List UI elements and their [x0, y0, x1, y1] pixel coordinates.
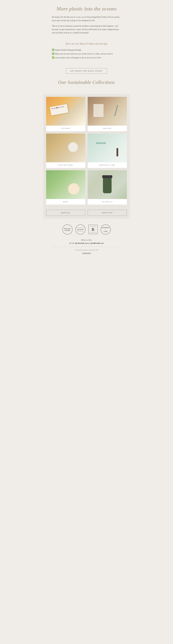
grid-container: KITCHEN SHAVING FOR THE HOME PE	[43, 94, 130, 210]
grid-item-go[interactable]: ON THE GO	[88, 170, 127, 204]
shop-all-button[interactable]: SHOP ALL	[46, 210, 85, 216]
grid-item-shaving[interactable]: SHAVING	[88, 97, 127, 131]
tip-item-3: Ask yourself, what will happen to this a…	[52, 56, 121, 60]
ocean-main: OCEAN	[77, 228, 84, 230]
shop-buttons-row: SHOP ALL SHOP KITS	[43, 210, 130, 219]
ig-handle: @caliwoods_eco	[91, 242, 104, 244]
hero-para2: This is to raise awareness around the ne…	[52, 24, 121, 34]
home-photo	[46, 134, 85, 162]
ocean-top: SUPPORTING	[77, 227, 84, 228]
collections-title: Our Sustainable Collections	[49, 80, 124, 85]
baby-photo	[46, 170, 85, 199]
tips-list: Support brands doing good things Make su…	[52, 48, 121, 60]
go-photo	[88, 170, 127, 199]
badge-social-good: SOCIAL GOOD	[62, 224, 73, 234]
shop-kits-button[interactable]: SHOP KITS	[88, 210, 127, 216]
kitchen-photo	[46, 97, 85, 126]
badge-ocean: SUPPORTING OCEAN CONSERVATION	[75, 224, 85, 234]
badge-woman-led: WOMAN • LED	[101, 224, 111, 234]
grid-item-home[interactable]: FOR THE HOME	[46, 134, 85, 168]
grid-item-kitchen[interactable]: KITCHEN	[46, 97, 85, 131]
shaving-label: SHAVING	[88, 126, 127, 131]
follow-label: follow us here:	[52, 239, 121, 241]
hero-title: More plastic into the oceans	[52, 6, 121, 12]
certified-top: Certified	[90, 226, 96, 227]
social-good-top: SOCIAL	[64, 228, 71, 230]
social-good-main: GOOD	[65, 230, 70, 231]
badge-certified-b: Certified B Corporation	[88, 225, 98, 234]
care-photo	[88, 134, 127, 162]
tip-item-1: Support brands doing good things	[52, 48, 121, 52]
ocean-sub: CONSERVATION	[77, 231, 84, 232]
tips-heading: Here are our Black Friday survival tips	[52, 42, 121, 45]
email-wrapper: More plastic into the oceans Hi mutzii, …	[43, 0, 130, 260]
tips-section: Here are our Black Friday survival tips …	[43, 41, 130, 65]
care-label: PERSONAL CARE	[88, 162, 127, 168]
ig-prefix: ig:	[88, 242, 91, 244]
home-label: FOR THE HOME	[46, 162, 85, 168]
tip-item-2: Make sure you have had your eye on this …	[52, 52, 121, 56]
grid-item-baby[interactable]: BABY	[46, 170, 85, 204]
baby-label: BABY	[46, 199, 85, 204]
cta-wrapper: GET READY FOR BLACK FRIDAY	[43, 65, 130, 78]
baby-image	[46, 170, 85, 199]
badges-row: SOCIAL GOOD SUPPORTING OCEAN CONSERVATIO…	[52, 224, 121, 234]
grid-row-2: FOR THE HOME PERSONAL CARE	[46, 134, 127, 168]
woman-top: WOMAN	[102, 227, 109, 228]
go-image	[88, 170, 127, 199]
hero-para1: Hi mutzii, For the 6th year in a row, we…	[52, 16, 121, 22]
shaving-photo	[88, 97, 127, 126]
footer-section: SOCIAL GOOD SUPPORTING OCEAN CONSERVATIO…	[43, 219, 130, 260]
care-image	[88, 134, 127, 162]
cta-button[interactable]: GET READY FOR BLACK FRIDAY	[66, 68, 107, 74]
grid-row-1: KITCHEN SHAVING	[46, 97, 127, 131]
unsubscribe-link[interactable]: Unsubscribe	[82, 252, 91, 254]
follow-section: follow us here: tik tok: @caiwoods_eco i…	[52, 239, 121, 244]
certified-sub: Corporation	[90, 232, 96, 233]
copyright-text: © All rights reserved CaliWoods 2023	[52, 249, 121, 251]
go-label: ON THE GO	[88, 199, 127, 204]
copyright-section: © All rights reserved CaliWoods 2023 Uns…	[52, 246, 121, 257]
tiktok-handle: @caiwoods_eco	[75, 242, 88, 244]
grid-row-3: BABY ON THE GO	[46, 170, 127, 204]
woman-main: LED	[104, 230, 108, 232]
home-image	[46, 134, 85, 162]
woman-dot: •	[105, 229, 106, 231]
hero-section: More plastic into the oceans Hi mutzii, …	[43, 0, 130, 41]
social-handles: tik tok: @caiwoods_eco ig: @caliwoods_ec…	[52, 242, 121, 244]
tiktok-prefix: tik tok:	[69, 242, 75, 244]
grid-item-care[interactable]: PERSONAL CARE	[88, 134, 127, 168]
kitchen-image	[46, 97, 85, 126]
collections-section: Our Sustainable Collections	[43, 78, 130, 94]
shaving-image	[88, 97, 127, 126]
certified-b-letter: B	[92, 228, 94, 232]
kitchen-label: KITCHEN	[46, 126, 85, 131]
